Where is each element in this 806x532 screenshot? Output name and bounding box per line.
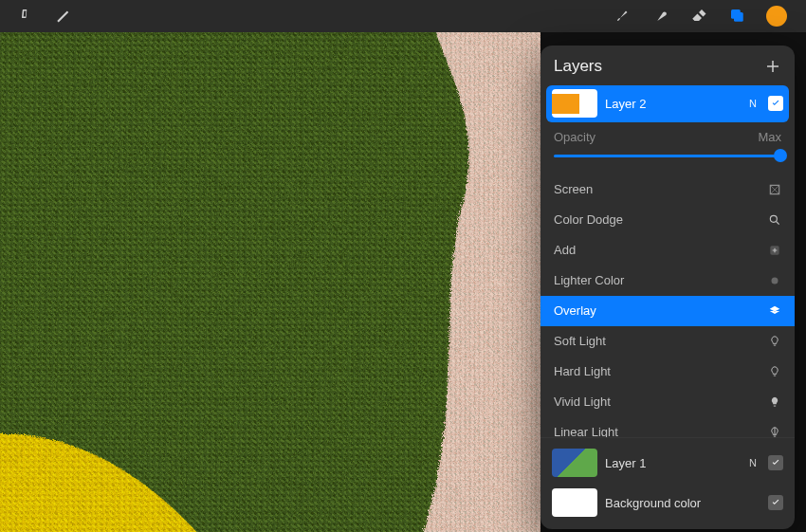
stack-icon [768, 304, 781, 318]
layer-row-selected[interactable]: Layer 2 N [546, 85, 789, 122]
layer-name: Layer 1 [605, 456, 738, 470]
circle-icon [768, 274, 781, 287]
layer-thumbnail [552, 89, 597, 118]
blend-mode-row[interactable]: Soft Light [540, 326, 795, 357]
layers-title: Layers [554, 57, 602, 76]
opacity-row: Opacity Max [540, 124, 795, 148]
brush-icon[interactable] [614, 7, 632, 27]
layers-below: Layer 1NBackground color [540, 437, 795, 529]
blend-mode-name: Hard Light [554, 364, 611, 378]
app-root: Layers Layer 2 N Opacity Max Scree [0, 0, 806, 532]
add-layer-button[interactable] [764, 58, 781, 75]
layers-panel-header: Layers [540, 46, 795, 85]
canvas-ruler [0, 32, 540, 46]
color-swatch[interactable] [766, 6, 787, 27]
blend-mode-row[interactable]: Overlay [540, 296, 795, 326]
canvas[interactable] [0, 32, 540, 532]
blend-mode-row[interactable]: Linear Light [540, 417, 795, 437]
blend-mode-row[interactable]: Add [540, 235, 795, 266]
blend-mode-row[interactable]: Color Dodge [540, 205, 795, 235]
gallery-icon[interactable] [19, 7, 36, 27]
bulb-on-icon [768, 395, 781, 409]
layer-row[interactable]: Background color [546, 484, 789, 522]
pattern-icon [768, 183, 781, 196]
blend-mode-name: Linear Light [554, 425, 618, 437]
top-toolbar [0, 0, 806, 32]
bulb-off-icon [768, 365, 781, 378]
layer-visibility-checkbox[interactable] [768, 455, 783, 470]
blend-mode-row[interactable]: Lighter Color [540, 266, 795, 296]
plus-square-icon [768, 244, 781, 257]
layer-name: Layer 2 [605, 97, 738, 111]
opacity-label: Opacity [554, 130, 595, 144]
layer-blend-badge[interactable]: N [745, 457, 760, 468]
blend-mode-name: Color Dodge [554, 212, 623, 227]
layer-visibility-checkbox[interactable] [768, 96, 783, 111]
bulb-half-icon [768, 426, 781, 437]
blend-mode-row[interactable]: Vivid Light [540, 387, 795, 417]
bulb-off-icon [768, 335, 781, 348]
blend-mode-row[interactable]: Screen [540, 174, 795, 205]
layer-blend-badge[interactable]: N [745, 98, 760, 109]
blend-mode-name: Soft Light [554, 334, 606, 348]
actions-icon[interactable] [55, 7, 72, 27]
layer-name: Background color [605, 496, 738, 510]
blend-mode-name: Add [554, 243, 576, 257]
svg-rect-1 [734, 12, 743, 22]
layers-icon[interactable] [728, 7, 745, 27]
blend-mode-row[interactable]: Hard Light [540, 357, 795, 387]
blend-mode-name: Lighter Color [554, 273, 624, 287]
lens-icon [768, 213, 781, 227]
layer-row[interactable]: Layer 1N [546, 444, 789, 482]
layers-panel: Layers Layer 2 N Opacity Max Scree [540, 46, 795, 529]
blend-mode-name: Overlay [554, 303, 596, 318]
blend-mode-name: Screen [554, 182, 593, 196]
layer-thumbnail [552, 449, 597, 477]
blend-mode-list[interactable]: ScreenColor DodgeAddLighter ColorOverlay… [540, 174, 795, 437]
artwork [0, 32, 540, 532]
opacity-value: Max [758, 130, 781, 144]
svg-point-8 [770, 215, 777, 222]
layer-visibility-checkbox[interactable] [768, 495, 783, 510]
blend-mode-name: Vivid Light [554, 394, 611, 409]
eraser-icon[interactable] [690, 7, 707, 27]
layer-thumbnail [552, 488, 597, 517]
svg-point-10 [772, 277, 779, 284]
opacity-slider[interactable] [554, 148, 781, 163]
smudge-icon[interactable] [652, 7, 669, 27]
